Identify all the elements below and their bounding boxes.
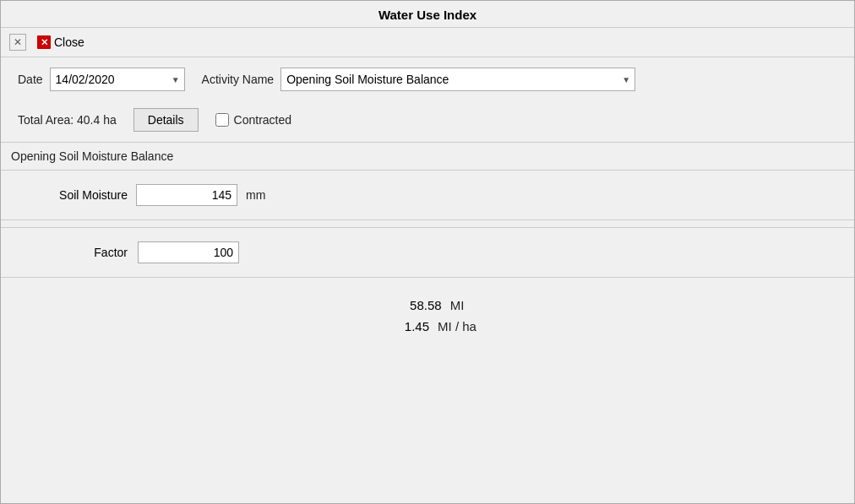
close-x-button[interactable]: ✕ <box>9 34 26 51</box>
result-unit-1: MI <box>450 298 465 312</box>
window-title: Water Use Index <box>378 8 477 22</box>
close-icon: ✕ <box>37 35 51 49</box>
soil-moisture-section: Soil Moisture mm <box>1 171 854 219</box>
soil-moisture-input[interactable] <box>136 184 237 206</box>
factor-label: Factor <box>18 246 128 259</box>
date-select[interactable]: 14/02/2020 <box>50 68 185 91</box>
form-row-2: Total Area: 40.4 ha Details Contracted <box>1 101 854 142</box>
date-label: Date <box>18 73 43 86</box>
contracted-checkbox[interactable] <box>215 113 229 127</box>
main-window: Water Use Index ✕ ✕ Close Date 14/02/202… <box>0 0 855 504</box>
close-label: Close <box>54 35 84 49</box>
result-unit-2: MI / ha <box>438 319 477 333</box>
toolbar: ✕ ✕ Close <box>1 28 854 57</box>
result-value-2: 1.45 <box>378 319 429 333</box>
result-row-1: 58.58 MI <box>391 298 465 312</box>
separator-2 <box>1 219 854 220</box>
close-button[interactable]: ✕ Close <box>31 33 90 51</box>
factor-section: Factor <box>1 227 854 277</box>
factor-input[interactable] <box>138 241 239 263</box>
result-row-2: 1.45 MI / ha <box>378 319 477 333</box>
title-bar: Water Use Index <box>1 1 854 28</box>
activity-name-label: Activity Name <box>202 73 275 86</box>
contracted-label: Contracted <box>234 113 291 127</box>
activity-name-select-wrapper: Opening Soil Moisture Balance <box>280 68 635 91</box>
contracted-wrapper: Contracted <box>215 113 291 127</box>
soil-moisture-label: Soil Moisture <box>18 188 128 202</box>
section-title: Opening Soil Moisture Balance <box>11 149 173 163</box>
soil-moisture-unit: mm <box>246 188 265 202</box>
section-header: Opening Soil Moisture Balance <box>1 143 854 171</box>
date-row: Date 14/02/2020 <box>18 68 185 91</box>
total-area-label: Total Area: 40.4 ha <box>18 113 117 127</box>
content-area: Opening Soil Moisture Balance Soil Moist… <box>1 143 854 503</box>
date-select-wrapper: 14/02/2020 <box>50 68 185 91</box>
results-section: 58.58 MI 1.45 MI / ha <box>1 277 854 350</box>
result-value-1: 58.58 <box>391 298 442 312</box>
activity-name-row: Activity Name Opening Soil Moisture Bala… <box>202 68 636 91</box>
activity-name-select[interactable]: Opening Soil Moisture Balance <box>280 68 635 91</box>
details-button[interactable]: Details <box>133 108 199 132</box>
form-row-1: Date 14/02/2020 Activity Name Opening So… <box>1 57 854 101</box>
